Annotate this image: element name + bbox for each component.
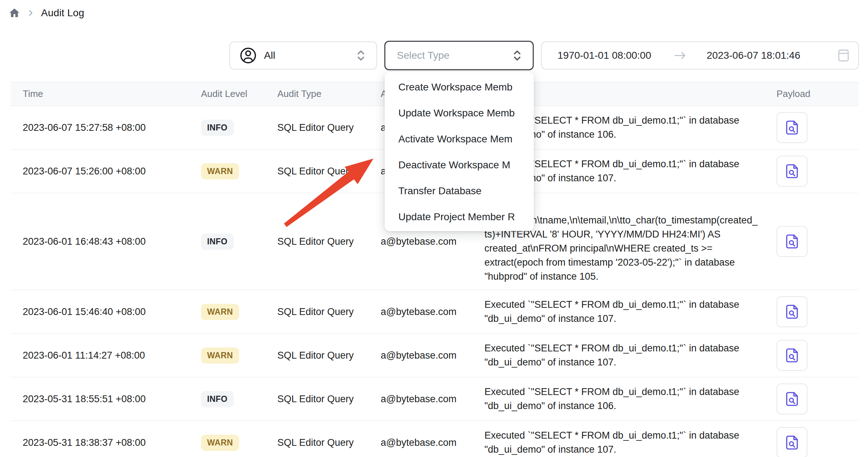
type-filter-select[interactable]: Select Type bbox=[384, 41, 534, 70]
audit-type: SQL Editor Query bbox=[277, 350, 381, 361]
person-circle-icon bbox=[240, 47, 257, 64]
audit-level-badge: WARN bbox=[201, 304, 239, 320]
view-payload-button[interactable] bbox=[777, 156, 807, 187]
view-payload-button[interactable] bbox=[777, 383, 807, 414]
audit-type: SQL Editor Query bbox=[277, 236, 381, 247]
audit-level-badge: WARN bbox=[201, 435, 239, 451]
select-chevrons-icon bbox=[512, 49, 523, 62]
type-menu-item[interactable]: Update Workspace Memb bbox=[385, 100, 534, 126]
file-search-icon bbox=[784, 347, 800, 364]
page-title: Audit Log bbox=[41, 7, 84, 19]
type-menu-item[interactable]: Deactivate Workspace M bbox=[385, 152, 534, 178]
select-chevrons-icon bbox=[355, 49, 366, 62]
audit-time: 2023-05-31 18:38:37 +08:00 bbox=[10, 437, 198, 448]
audit-time: 2023-06-01 11:14:27 +08:00 bbox=[10, 350, 198, 361]
home-icon[interactable] bbox=[9, 7, 20, 19]
audit-level-badge: INFO bbox=[201, 234, 234, 250]
column-header-level: Audit Level bbox=[198, 88, 277, 99]
view-payload-button[interactable] bbox=[777, 112, 807, 143]
column-header-time: Time bbox=[10, 88, 198, 99]
table-row: 2023-05-31 18:38:37 +08:00 WARN SQL Edit… bbox=[10, 421, 859, 457]
view-payload-button[interactable] bbox=[777, 340, 807, 371]
audit-comment: Executed `"SELECT * FROM db_ui_demo.t1;"… bbox=[484, 429, 764, 457]
audit-actor: a@bytebase.com bbox=[381, 437, 484, 448]
file-search-icon bbox=[784, 163, 800, 179]
audit-time: 2023-06-07 15:27:58 +08:00 bbox=[10, 122, 198, 133]
view-payload-button[interactable] bbox=[777, 427, 807, 457]
audit-comment: Executed `"SELECT * FROM db_ui_demo.t1;"… bbox=[484, 385, 764, 413]
audit-type: SQL Editor Query bbox=[277, 122, 381, 133]
audit-actor: a@bytebase.com bbox=[381, 236, 484, 247]
view-payload-button[interactable] bbox=[777, 296, 807, 327]
audit-time: 2023-05-31 18:55:51 +08:00 bbox=[10, 394, 198, 405]
type-menu-item[interactable]: Transfer Database bbox=[385, 178, 534, 204]
chevron-right-icon bbox=[27, 9, 35, 17]
table-row: 2023-06-01 11:14:27 +08:00 WARN SQL Edit… bbox=[10, 334, 859, 377]
arrow-right-icon bbox=[674, 50, 686, 61]
calendar-icon bbox=[837, 48, 850, 63]
audit-level-badge: INFO bbox=[201, 391, 234, 407]
file-search-icon bbox=[784, 119, 800, 136]
audit-type: SQL Editor Query bbox=[277, 166, 381, 177]
type-filter-menu: Create Workspace MembUpdate Workspace Me… bbox=[385, 72, 534, 231]
audit-log-page: Audit Log All Select Type 1970-01-01 08:… bbox=[0, 0, 868, 457]
column-header-payload: Payload bbox=[764, 88, 859, 99]
file-search-icon bbox=[784, 303, 800, 320]
table-row: 2023-06-01 15:46:40 +08:00 WARN SQL Edit… bbox=[10, 290, 859, 334]
audit-actor: a@bytebase.com bbox=[381, 306, 484, 318]
audit-actor: a@bytebase.com bbox=[381, 394, 484, 405]
audit-type: SQL Editor Query bbox=[277, 306, 381, 318]
type-filter-placeholder: Select Type bbox=[397, 50, 512, 61]
type-menu-item[interactable]: Update Project Member R bbox=[385, 204, 534, 230]
date-range-picker[interactable]: 1970-01-01 08:00:00 2023-06-07 18:01:46 bbox=[541, 41, 859, 70]
audit-time: 2023-06-07 15:26:00 +08:00 bbox=[10, 166, 198, 177]
column-header-type: Audit Type bbox=[277, 88, 381, 99]
file-search-icon bbox=[784, 391, 800, 407]
audit-type: SQL Editor Query bbox=[277, 394, 381, 405]
audit-comment: Executed `"SELECT * FROM db_ui_demo.t1;"… bbox=[484, 341, 764, 369]
table-row: 2023-05-31 18:55:51 +08:00 INFO SQL Edit… bbox=[10, 377, 859, 421]
actor-filter-value: All bbox=[264, 50, 348, 61]
file-search-icon bbox=[784, 233, 800, 250]
audit-time: 2023-06-01 16:48:43 +08:00 bbox=[10, 236, 198, 247]
type-menu-item[interactable]: Activate Workspace Mem bbox=[385, 126, 534, 152]
view-payload-button[interactable] bbox=[777, 226, 807, 257]
date-range-start[interactable]: 1970-01-01 08:00:00 bbox=[558, 50, 651, 61]
date-range-end[interactable]: 2023-06-07 18:01:46 bbox=[707, 50, 800, 61]
audit-type: SQL Editor Query bbox=[277, 437, 381, 448]
audit-time: 2023-06-01 15:46:40 +08:00 bbox=[10, 306, 198, 318]
actor-filter-select[interactable]: All bbox=[229, 41, 377, 70]
audit-actor: a@bytebase.com bbox=[381, 350, 484, 361]
audit-level-badge: INFO bbox=[201, 120, 234, 136]
audit-comment: Executed `"SELECT * FROM db_ui_demo.t1;"… bbox=[484, 298, 764, 326]
type-menu-item[interactable]: Create Workspace Memb bbox=[385, 74, 534, 100]
audit-level-badge: WARN bbox=[201, 163, 239, 179]
file-search-icon bbox=[784, 434, 800, 451]
audit-level-badge: WARN bbox=[201, 347, 239, 364]
breadcrumb: Audit Log bbox=[9, 7, 84, 19]
